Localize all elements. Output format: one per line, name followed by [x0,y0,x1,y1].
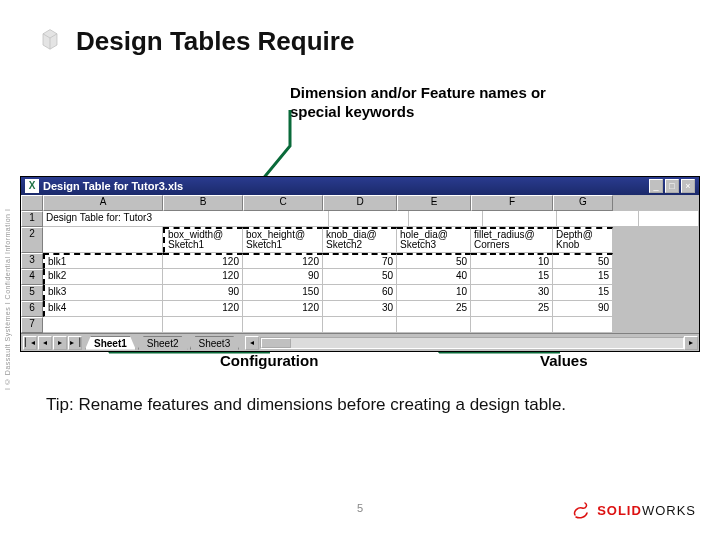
annotation-values: Values [540,352,588,369]
sheet-tab[interactable]: Sheet2 [138,336,188,350]
sheet-tab[interactable]: Sheet1 [85,336,136,350]
annotation-configuration: Configuration [220,352,318,369]
horizontal-scrollbar[interactable] [260,337,684,349]
row-header[interactable]: 2 [21,227,43,253]
row-header[interactable]: 7 [21,317,43,333]
row-header[interactable]: 6 [21,301,43,317]
cell[interactable]: Design Table for: Tutor3 [43,211,243,227]
tab-nav-next[interactable]: ▸ [53,336,67,350]
tab-nav-first[interactable]: ▏◂ [23,336,37,350]
window-close-button[interactable]: × [681,179,695,193]
select-all-corner[interactable] [21,195,43,211]
col-header[interactable]: D [323,195,397,211]
tab-nav-prev[interactable]: ◂ [38,336,52,350]
col-header[interactable]: B [163,195,243,211]
scroll-right-button[interactable]: ▸ [684,336,698,350]
row-header[interactable]: 1 [21,211,43,227]
page-title: Design Tables Require [76,26,354,57]
window-minimize-button[interactable]: _ [649,179,663,193]
ds-swirl-icon [571,500,591,520]
col-header[interactable]: E [397,195,471,211]
sheet-tab[interactable]: Sheet3 [190,336,240,350]
row-header[interactable]: 3 [21,253,43,269]
cube-icon [36,24,64,52]
scroll-left-button[interactable]: ◂ [245,336,259,350]
col-header[interactable]: A [43,195,163,211]
tab-nav-last[interactable]: ▸▕ [68,336,82,350]
window-titlebar: X Design Table for Tutor3.xls _ □ × [21,177,699,195]
col-header[interactable]: F [471,195,553,211]
col-header[interactable]: C [243,195,323,211]
excel-window: X Design Table for Tutor3.xls _ □ × 1 2 … [20,176,700,352]
col-header[interactable]: G [553,195,613,211]
annotation-dimension: Dimension and/or Feature names or specia… [290,84,590,122]
cell-grid[interactable]: Design Table for: Tutor3 box_width@Sketc… [43,211,699,333]
confidential-sidebar: Ι © Dassault Systèmes Ι Confidential Inf… [4,150,13,390]
window-maximize-button[interactable]: □ [665,179,679,193]
row-header[interactable]: 5 [21,285,43,301]
excel-app-icon: X [25,179,39,193]
window-title: Design Table for Tutor3.xls [43,180,649,192]
row-header[interactable]: 4 [21,269,43,285]
solidworks-logo: SOLIDWORKS [571,500,696,520]
tip-text: Tip: Rename features and dimensions befo… [46,394,680,417]
